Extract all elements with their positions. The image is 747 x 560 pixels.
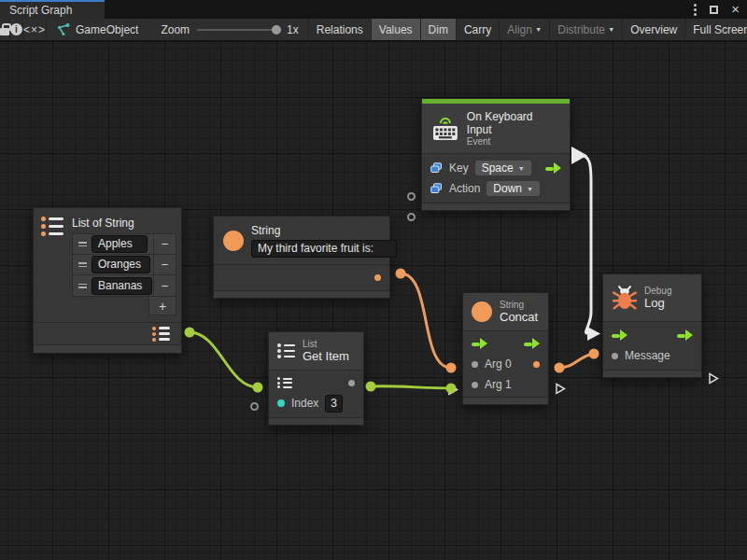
node-list-of-string[interactable]: List of String Apples − Oranges − [33, 207, 182, 354]
node-on-keyboard-input[interactable]: On Keyboard Input Event Key Space ▼ [421, 98, 571, 211]
list-items-panel: Apples − Oranges − Bananas − [72, 233, 176, 297]
node-title: On Keyboard Input [467, 110, 560, 136]
info-button[interactable]: i [10, 19, 23, 40]
index-label: Index [291, 397, 318, 410]
carry-button[interactable]: Carry [457, 19, 500, 40]
key-code-icon [430, 183, 443, 194]
list-icon [41, 217, 63, 315]
distribute-button[interactable]: Distribute ▼ [550, 19, 623, 40]
item-field[interactable]: Apples [92, 235, 148, 253]
edit-script-button[interactable]: <×> [23, 19, 47, 40]
close-icon[interactable]: × [731, 5, 740, 14]
node-footer [422, 203, 570, 210]
code-icon: <×> [23, 23, 46, 36]
message-label: Message [625, 349, 670, 362]
input-port-ring[interactable] [407, 213, 416, 221]
graph-canvas[interactable]: On Keyboard Input Event Key Space ▼ [0, 41, 747, 560]
flow-input-port[interactable] [612, 329, 627, 341]
remove-item-button[interactable]: − [153, 275, 176, 296]
zoom-control: Zoom 1x [151, 19, 308, 40]
flow-input-port[interactable] [472, 338, 487, 349]
item-output-port[interactable] [348, 380, 355, 386]
node-footer [34, 344, 181, 353]
zoom-label: Zoom [161, 23, 190, 36]
node-string-concat[interactable]: String Concat Arg 0 Arg 1 [462, 292, 549, 405]
input-port-ring[interactable] [407, 192, 416, 201]
list-output-icon[interactable] [152, 327, 170, 342]
lock-icon [0, 28, 9, 35]
key-dropdown[interactable]: Space ▼ [475, 161, 531, 175]
node-footer [214, 290, 389, 298]
node-get-item[interactable]: List Get Item Index 3 [268, 331, 364, 426]
string-output-port[interactable] [374, 274, 381, 281]
list-input-port-icon[interactable] [277, 377, 292, 388]
maximize-icon[interactable] [710, 6, 718, 14]
zoom-slider[interactable] [197, 29, 279, 31]
action-label: Action [449, 182, 480, 195]
remove-item-button[interactable]: − [153, 234, 176, 254]
drag-handle-icon[interactable] [73, 262, 92, 267]
flow-output-port[interactable] [545, 162, 561, 174]
list-item-row: Apples − [73, 234, 176, 255]
node-footer [269, 417, 363, 425]
node-category: String [500, 300, 538, 310]
chevron-down-icon: ▼ [518, 165, 525, 172]
tab-script-graph[interactable]: Script Graph [0, 0, 105, 19]
node-subtitle: Event [467, 136, 560, 147]
fullscreen-button[interactable]: Full Screen [685, 19, 747, 40]
add-item-button[interactable]: + [148, 297, 176, 315]
input-port-ring[interactable] [250, 402, 259, 411]
list-icon [277, 343, 295, 358]
zoom-slider-handle[interactable] [272, 25, 281, 35]
dim-button[interactable]: Dim [421, 19, 457, 40]
drag-handle-icon[interactable] [73, 284, 92, 288]
tab-title: Script Graph [9, 4, 72, 17]
node-title: Concat [500, 310, 538, 324]
result-output-port[interactable] [533, 361, 540, 368]
action-dropdown[interactable]: Down ▼ [486, 181, 540, 196]
node-footer [603, 370, 701, 377]
string-type-icon [223, 231, 244, 251]
arg1-label: Arg 1 [485, 378, 512, 391]
string-type-icon [472, 301, 492, 322]
flow-port-triangle[interactable] [708, 372, 719, 385]
node-debug-log[interactable]: Debug Log Message [602, 273, 702, 378]
drag-handle-icon[interactable] [73, 242, 92, 246]
gameobject-selector[interactable]: GameObject [47, 19, 151, 40]
flow-output-port[interactable] [677, 329, 693, 341]
index-input-port[interactable] [277, 399, 285, 407]
align-button[interactable]: Align ▼ [500, 19, 550, 40]
graph-toolbar: i <×> GameObject Zoom 1x Relations Value… [0, 19, 747, 41]
message-input-port[interactable] [612, 353, 618, 359]
node-category: List [303, 339, 349, 349]
more-options-icon[interactable] [694, 4, 697, 16]
flow-port-triangle[interactable] [447, 384, 458, 396]
list-item-row: Bananas − [73, 275, 176, 296]
arg1-input-port[interactable] [472, 382, 478, 388]
index-field[interactable]: 3 [325, 395, 343, 413]
node-string-literal[interactable]: String My third favorite fruit is: [213, 216, 390, 299]
info-icon: i [10, 23, 22, 35]
string-value-field[interactable]: My third favorite fruit is: [251, 240, 397, 258]
node-title: Get Item [303, 349, 349, 363]
overview-button[interactable]: Overview [623, 19, 685, 40]
chevron-down-icon: ▼ [527, 186, 533, 192]
flow-output-port[interactable] [524, 338, 540, 349]
values-button[interactable]: Values [372, 19, 421, 40]
node-category: Debug [644, 286, 671, 296]
zoom-value: 1x [287, 23, 299, 36]
key-code-icon [430, 162, 443, 174]
item-field[interactable]: Bananas [92, 277, 152, 295]
keyboard-icon [431, 116, 459, 142]
relations-button[interactable]: Relations [309, 19, 372, 40]
window-controls: × [694, 0, 747, 19]
lock-button[interactable] [0, 19, 10, 40]
node-footer [463, 397, 548, 404]
item-field[interactable]: Oranges [92, 256, 150, 273]
arg0-input-port[interactable] [472, 361, 478, 368]
gameobject-icon [56, 22, 70, 36]
flow-port-triangle[interactable] [555, 383, 566, 395]
node-title: Log [644, 296, 671, 310]
tab-strip: Script Graph × [0, 0, 747, 19]
remove-item-button[interactable]: − [153, 255, 176, 274]
